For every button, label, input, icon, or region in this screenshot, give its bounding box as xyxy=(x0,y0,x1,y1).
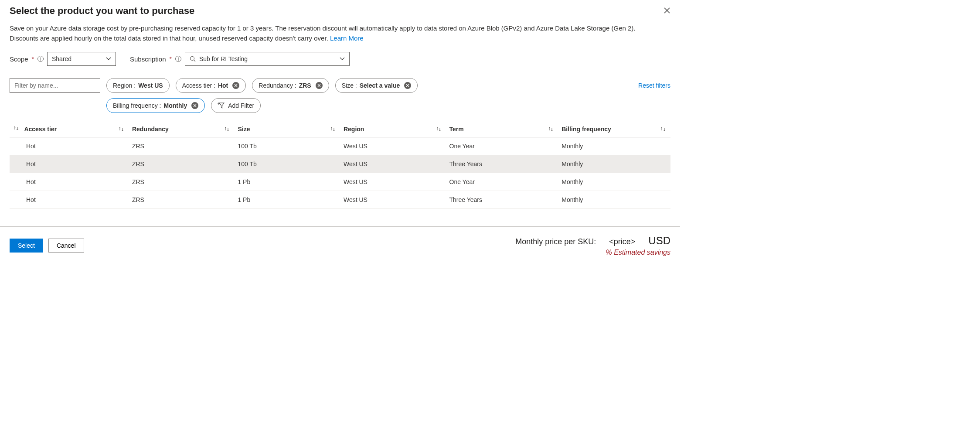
col-access-tier[interactable]: Access tier xyxy=(10,121,129,137)
add-filter-icon xyxy=(218,102,225,109)
pill-value: West US xyxy=(138,82,163,89)
pill-value: Monthly xyxy=(164,102,187,109)
filter-by-name-input[interactable] xyxy=(10,78,100,93)
table-header-row: Access tier Redundancy Size xyxy=(10,121,670,137)
search-icon xyxy=(190,56,196,62)
subscription-field: Subscription * i Sub for RI Testing xyxy=(130,52,350,66)
price-value: <price> xyxy=(609,237,635,246)
cell-access-tier: Hot xyxy=(10,137,129,155)
filter-pill-size[interactable]: Size : Select a value xyxy=(335,78,418,93)
col-label: Billing frequency xyxy=(561,126,611,133)
sort-icon xyxy=(436,126,442,133)
sort-icon xyxy=(118,126,124,133)
col-term[interactable]: Term xyxy=(446,121,558,137)
products-table: Access tier Redundancy Size xyxy=(10,121,670,209)
clear-filter-icon[interactable] xyxy=(191,102,198,109)
col-label: Redundancy xyxy=(132,126,169,133)
col-redundancy[interactable]: Redundancy xyxy=(129,121,235,137)
chevron-down-icon xyxy=(340,57,345,61)
pill-label: Access tier : xyxy=(182,82,215,89)
sort-icon xyxy=(224,126,230,133)
pill-value: Select a value xyxy=(360,82,400,89)
col-label: Access tier xyxy=(24,126,57,133)
col-region[interactable]: Region xyxy=(340,121,446,137)
filters-row: Region : West US Access tier : Hot Redun… xyxy=(10,78,670,93)
page-description: Save on your Azure data storage cost by … xyxy=(10,24,646,43)
info-icon[interactable]: i xyxy=(175,56,181,62)
table-body: Hot ZRS 100 Tb West US One Year Monthly … xyxy=(10,137,670,209)
pill-label: Size : xyxy=(342,82,357,89)
pill-label: Billing frequency : xyxy=(113,102,161,109)
filter-pill-region[interactable]: Region : West US xyxy=(106,78,170,93)
pill-label: Region : xyxy=(113,82,136,89)
cell-region: West US xyxy=(340,191,446,209)
sort-icon xyxy=(548,126,554,133)
clear-filter-icon[interactable] xyxy=(404,82,411,89)
cell-region: West US xyxy=(340,137,446,155)
cell-term: Three Years xyxy=(446,191,558,209)
footer-price: Monthly price per SKU: <price> USD % Est… xyxy=(515,235,670,256)
required-indicator: * xyxy=(170,55,172,62)
subscription-label: Subscription xyxy=(130,55,166,63)
required-indicator: * xyxy=(32,55,34,62)
cell-redundancy: ZRS xyxy=(129,191,235,209)
scope-select[interactable]: Shared xyxy=(47,52,116,66)
table-row[interactable]: Hot ZRS 1 Pb West US One Year Monthly xyxy=(10,173,670,191)
clear-filter-icon[interactable] xyxy=(316,82,323,89)
subscription-select[interactable]: Sub for RI Testing xyxy=(185,52,350,66)
cell-term: One Year xyxy=(446,137,558,155)
cell-redundancy: ZRS xyxy=(129,155,235,173)
fields-row: Scope * i Shared Subscription * i xyxy=(10,52,670,66)
price-label: Monthly price per SKU: xyxy=(515,237,596,246)
learn-more-link[interactable]: Learn More xyxy=(330,34,364,42)
cell-billing: Monthly xyxy=(558,155,670,173)
description-text: Save on your Azure data storage cost by … xyxy=(10,24,636,42)
close-button[interactable] xyxy=(662,5,672,16)
cell-size: 1 Pb xyxy=(234,191,340,209)
cell-billing: Monthly xyxy=(558,191,670,209)
cell-billing: Monthly xyxy=(558,137,670,155)
reset-filters-link[interactable]: Reset filters xyxy=(638,82,670,89)
sort-icon xyxy=(660,126,666,133)
table-row[interactable]: Hot ZRS 100 Tb West US One Year Monthly xyxy=(10,137,670,155)
purchase-panel: Select the product you want to purchase … xyxy=(0,0,680,264)
col-size[interactable]: Size xyxy=(234,121,340,137)
cell-access-tier: Hot xyxy=(10,155,129,173)
scope-value: Shared xyxy=(52,55,71,62)
sort-icon xyxy=(330,126,336,133)
pill-value: Hot xyxy=(218,82,228,89)
filter-pill-access-tier[interactable]: Access tier : Hot xyxy=(176,78,246,93)
col-billing[interactable]: Billing frequency xyxy=(558,121,670,137)
cell-term: Three Years xyxy=(446,155,558,173)
cell-size: 100 Tb xyxy=(234,155,340,173)
info-icon[interactable]: i xyxy=(37,56,44,62)
cell-region: West US xyxy=(340,173,446,191)
add-filter-button[interactable]: Add Filter xyxy=(211,98,261,113)
cancel-button[interactable]: Cancel xyxy=(48,239,84,253)
scope-label: Scope xyxy=(10,55,28,63)
pill-label: Redundancy : xyxy=(259,82,296,89)
cell-billing: Monthly xyxy=(558,173,670,191)
savings-label: % Estimated savings xyxy=(515,249,670,256)
sort-icon xyxy=(13,125,19,131)
cell-size: 1 Pb xyxy=(234,173,340,191)
cell-region: West US xyxy=(340,155,446,173)
cell-term: One Year xyxy=(446,173,558,191)
cell-redundancy: ZRS xyxy=(129,173,235,191)
chevron-down-icon xyxy=(106,57,111,61)
svg-point-0 xyxy=(191,57,194,61)
col-label: Term xyxy=(449,126,464,133)
filter-pill-redundancy[interactable]: Redundancy : ZRS xyxy=(252,78,329,93)
page-title: Select the product you want to purchase xyxy=(10,5,670,17)
clear-filter-icon[interactable] xyxy=(232,82,239,89)
filter-pill-billing-frequency[interactable]: Billing frequency : Monthly xyxy=(106,98,205,113)
subscription-value: Sub for RI Testing xyxy=(199,55,248,62)
table-row[interactable]: Hot ZRS 100 Tb West US Three Years Month… xyxy=(10,155,670,173)
scope-field: Scope * i Shared xyxy=(10,52,116,66)
table-row[interactable]: Hot ZRS 1 Pb West US Three Years Monthly xyxy=(10,191,670,209)
add-filter-label: Add Filter xyxy=(228,102,254,109)
col-label: Region xyxy=(344,126,364,133)
cell-access-tier: Hot xyxy=(10,191,129,209)
close-icon xyxy=(664,7,670,14)
select-button[interactable]: Select xyxy=(10,239,43,253)
